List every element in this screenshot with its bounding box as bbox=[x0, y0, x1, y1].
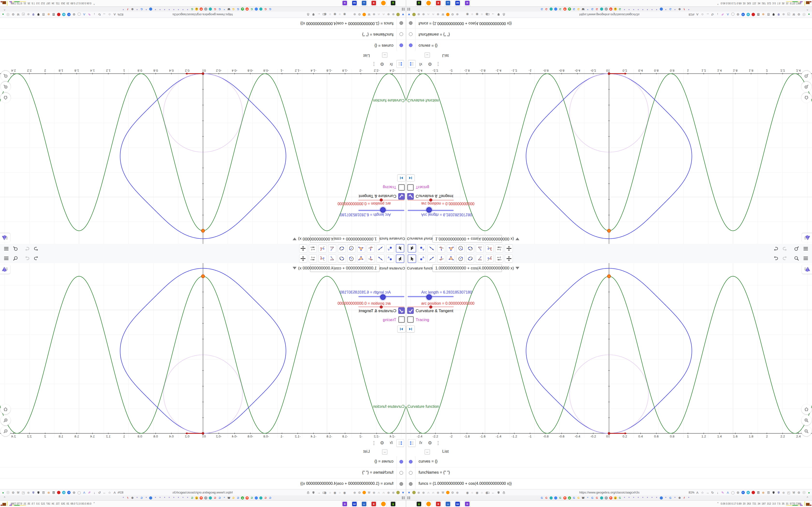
tab-favicon[interactable]: G bbox=[213, 496, 217, 500]
arc-bookmark-icon[interactable]: ∩ bbox=[377, 12, 381, 17]
graphics-view[interactable]: -2.4-2.2-2-1.8-1.6-1.4-1.2-1-0.8-0.6-0.4… bbox=[406, 263, 812, 438]
graphics-settings-card[interactable] bbox=[802, 265, 812, 274]
arc-length-slider[interactable] bbox=[358, 210, 404, 211]
tool-ellipse[interactable] bbox=[466, 244, 474, 252]
tool-line[interactable] bbox=[427, 244, 436, 252]
home-button[interactable] bbox=[0, 404, 11, 414]
translate-icon[interactable]: A bbox=[113, 491, 117, 495]
tab-dot-icon[interactable]: ◉ bbox=[475, 12, 479, 17]
visibility-toggle[interactable] bbox=[409, 482, 412, 486]
algebra-row[interactable]: curves = {} bbox=[0, 456, 406, 467]
visibility-toggle[interactable] bbox=[400, 32, 403, 36]
uo-shield-ext-icon[interactable] bbox=[37, 491, 41, 495]
globe-bookmark-icon[interactable]: ⊕ bbox=[391, 12, 395, 17]
page-zoom-level[interactable]: 81% bbox=[690, 12, 694, 17]
tab-favicon[interactable]: ⚙ bbox=[678, 496, 681, 500]
home-button[interactable] bbox=[801, 93, 812, 103]
tab-favicon[interactable]: G bbox=[669, 7, 672, 11]
shield-icon[interactable] bbox=[311, 491, 316, 495]
tab-favicon[interactable]: G bbox=[591, 7, 594, 11]
tab-favicon[interactable]: * bbox=[222, 496, 226, 500]
translate-ext-icon[interactable]: A bbox=[726, 12, 730, 17]
search-icon[interactable] bbox=[794, 246, 800, 251]
tab-favicon[interactable]: i bbox=[604, 7, 608, 11]
collapse-toggle[interactable]: – bbox=[424, 52, 430, 58]
more-options-button[interactable]: ⋮ bbox=[435, 439, 442, 446]
search-icon[interactable] bbox=[12, 256, 18, 261]
tool-perpendicular-line[interactable] bbox=[367, 244, 375, 252]
translate-ext-icon[interactable]: A bbox=[82, 12, 86, 17]
tab-dot-icon[interactable]: ○ bbox=[328, 491, 332, 495]
tab-favicon[interactable] bbox=[209, 7, 212, 11]
shield-down-ext-icon[interactable]: v bbox=[62, 491, 66, 495]
tab-favicon[interactable]: ⚙ bbox=[131, 7, 134, 11]
arc-position-slider-handle[interactable] bbox=[379, 199, 383, 202]
visibility-toggle[interactable] bbox=[400, 44, 403, 47]
globe-bookmark-icon[interactable]: ⊕ bbox=[417, 12, 421, 17]
wrench-ext-icon[interactable]: ⚒ bbox=[16, 491, 20, 495]
tool-polygon[interactable] bbox=[357, 244, 365, 252]
tab-favicon[interactable]: * bbox=[154, 496, 157, 500]
tab-favicon[interactable]: * bbox=[172, 496, 175, 500]
shield-icon[interactable] bbox=[496, 12, 501, 17]
arc-length-slider-handle[interactable] bbox=[380, 207, 386, 213]
pen-extension-icon[interactable]: ✎ bbox=[87, 12, 91, 17]
tab-favicon[interactable]: G bbox=[595, 7, 599, 11]
tool-slider[interactable]: a=2 bbox=[495, 255, 503, 263]
arc-bookmark-icon[interactable]: ∩ bbox=[426, 491, 430, 495]
kite-bookmark-icon[interactable]: ▼ bbox=[401, 491, 405, 495]
tab-favicon[interactable]: * bbox=[627, 7, 631, 11]
back-arrow-icon[interactable]: ← bbox=[317, 491, 321, 495]
zoom-out-button[interactable] bbox=[0, 71, 11, 81]
redo-icon[interactable] bbox=[782, 246, 788, 251]
wrench-bookmark-icon[interactable]: ⚒ bbox=[441, 12, 445, 17]
tab-favicon[interactable] bbox=[660, 496, 663, 500]
tab-favicon[interactable]: ▲ bbox=[568, 7, 571, 11]
tab-favicon[interactable]: Я bbox=[563, 7, 566, 11]
tool-move-graphics-view[interactable] bbox=[299, 244, 307, 252]
algebra-row[interactable]: curves = {} bbox=[0, 40, 406, 51]
globe-bookmark-icon[interactable]: ⊕ bbox=[353, 491, 357, 495]
function-dropdown[interactable]: 1.000000000000 + cos(4.000000000000 x) bbox=[310, 235, 379, 243]
more-options-button[interactable]: ⋮ bbox=[370, 61, 377, 68]
firefox-icon[interactable] bbox=[362, 491, 366, 495]
tab-favicon[interactable] bbox=[149, 7, 152, 11]
gear-bookmark-icon[interactable]: ⚙ bbox=[451, 491, 455, 495]
globe-bookmark-icon[interactable]: ⊕ bbox=[391, 491, 395, 495]
tab-favicon[interactable]: * bbox=[637, 7, 640, 11]
forward-arrow-icon[interactable]: → bbox=[102, 12, 107, 17]
kite-bookmark-icon[interactable]: ▼ bbox=[407, 491, 411, 495]
tab-favicon[interactable]: f bbox=[682, 496, 686, 500]
curvature-tangent-checkbox[interactable] bbox=[398, 193, 405, 200]
tab-favicon[interactable]: G bbox=[618, 7, 621, 11]
fx-button[interactable]: fx bbox=[417, 439, 424, 446]
tab-favicon[interactable] bbox=[209, 496, 212, 500]
back-arrow-icon[interactable]: ← bbox=[491, 12, 495, 17]
tab-favicon[interactable]: * bbox=[172, 7, 175, 11]
tab-favicon[interactable]: G bbox=[232, 496, 235, 500]
settings-button[interactable]: ⚙ bbox=[426, 61, 434, 68]
url-text[interactable]: https://www.geogebra.org/classic/aagcxh3… bbox=[172, 491, 233, 494]
algebra-row[interactable]: curves = {} bbox=[406, 456, 812, 467]
tab-favicon[interactable]: G bbox=[140, 496, 143, 500]
algebra-descriptions-button[interactable] bbox=[396, 439, 404, 447]
algebra-descriptions-button[interactable] bbox=[396, 60, 404, 68]
floppy-app-icon[interactable]: 64 bbox=[351, 0, 358, 6]
tab-favicon[interactable]: ▲ bbox=[614, 496, 617, 500]
globe-ext-icon[interactable]: ⊕ bbox=[761, 12, 765, 17]
zoom-in-button[interactable] bbox=[801, 415, 812, 426]
record-ext-icon[interactable] bbox=[57, 12, 61, 17]
profile-ext-icon[interactable] bbox=[6, 491, 10, 495]
settings-button[interactable]: ⚙ bbox=[378, 439, 386, 446]
record-ext-icon[interactable] bbox=[751, 491, 755, 495]
tool-angle[interactable]: α bbox=[476, 255, 484, 263]
firefox-app-icon[interactable] bbox=[380, 0, 387, 6]
tab-favicon[interactable]: * bbox=[181, 7, 185, 11]
tool-point[interactable]: A bbox=[418, 255, 426, 263]
globe-ext-icon[interactable]: ⊕ bbox=[47, 12, 51, 17]
wrench-bookmark-icon[interactable]: ⚒ bbox=[367, 491, 371, 495]
tab-favicon[interactable] bbox=[554, 7, 557, 11]
globe-bookmark-icon[interactable]: ⊕ bbox=[387, 12, 391, 17]
page-zoom-level[interactable]: 81% bbox=[118, 491, 122, 495]
floppy-app-icon[interactable]: 64 bbox=[454, 0, 461, 6]
